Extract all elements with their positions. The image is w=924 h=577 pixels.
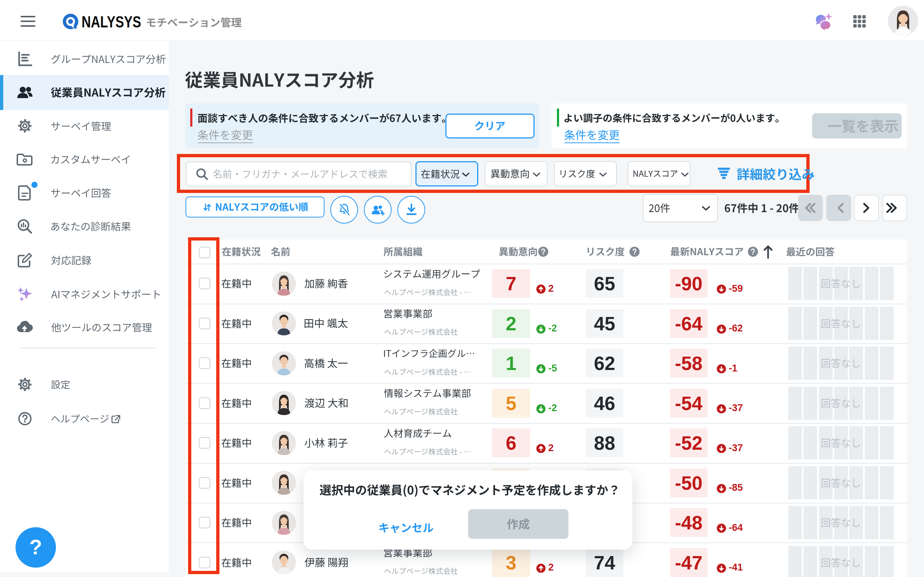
svg-text:NALYSYS: NALYSYS <box>82 15 141 31</box>
